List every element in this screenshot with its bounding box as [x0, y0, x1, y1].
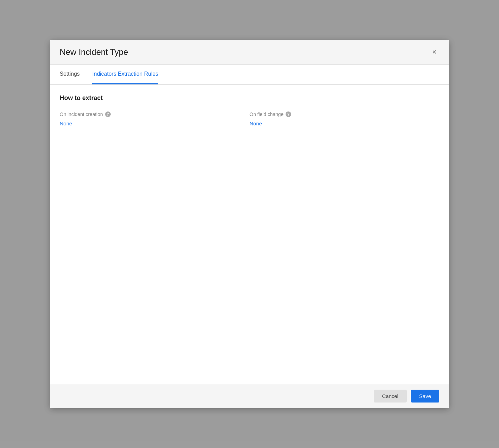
extraction-grid: On incident creation ? None On field cha… [60, 111, 439, 127]
modal-body: How to extract On incident creation ? No… [50, 85, 449, 384]
on-field-change-value[interactable]: None [250, 121, 262, 126]
tab-settings[interactable]: Settings [60, 65, 80, 84]
cancel-button[interactable]: Cancel [374, 390, 407, 403]
tab-indicators-extraction-rules[interactable]: Indicators Extraction Rules [92, 65, 158, 84]
section-title: How to extract [60, 94, 439, 102]
on-field-change-column: On field change ? None [250, 111, 439, 127]
on-incident-creation-help-icon: ? [105, 111, 111, 117]
save-button[interactable]: Save [411, 390, 439, 403]
modal-overlay: New Incident Type × Settings Indicators … [0, 0, 499, 448]
on-incident-creation-column: On incident creation ? None [60, 111, 250, 127]
modal-header: New Incident Type × [50, 40, 449, 65]
on-field-change-help-icon: ? [286, 111, 291, 117]
on-incident-creation-label: On incident creation ? [60, 111, 243, 117]
on-incident-creation-value[interactable]: None [60, 121, 72, 126]
close-button[interactable]: × [429, 47, 439, 57]
on-field-change-label: On field change ? [250, 111, 432, 117]
modal-dialog: New Incident Type × Settings Indicators … [50, 40, 449, 408]
modal-title: New Incident Type [60, 47, 128, 57]
tab-bar: Settings Indicators Extraction Rules [50, 65, 449, 85]
modal-footer: Cancel Save [50, 384, 449, 408]
